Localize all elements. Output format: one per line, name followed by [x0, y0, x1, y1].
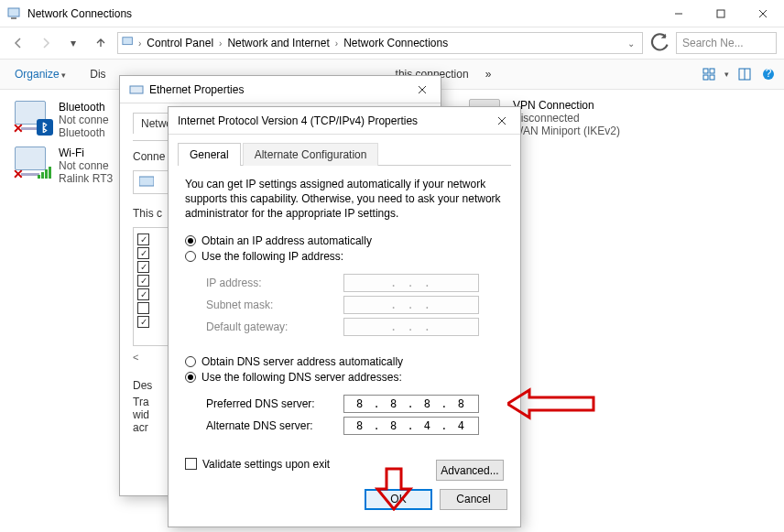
nic-icon — [139, 175, 154, 190]
dialog-title: Ethernet Properties — [149, 83, 413, 96]
checkbox-icon[interactable]: ✓ — [137, 316, 149, 328]
svg-marker-25 — [507, 390, 593, 418]
radio-ip-auto[interactable]: Obtain an IP address automatically — [185, 234, 504, 247]
view-icons-button[interactable] — [701, 66, 717, 82]
svg-rect-9 — [703, 75, 708, 80]
svg-rect-1 — [11, 17, 16, 19]
svg-rect-6 — [123, 37, 133, 44]
checkbox-icon[interactable]: ✓ — [137, 275, 149, 287]
app-icon — [7, 6, 22, 21]
subnet-mask-label: Subnet mask: — [206, 299, 343, 311]
svg-rect-0 — [8, 8, 19, 16]
svg-rect-15 — [38, 175, 40, 179]
organize-menu[interactable]: Organize — [7, 65, 73, 83]
forward-button[interactable] — [35, 32, 57, 54]
address-bar[interactable]: › Control Panel › Network and Internet ›… — [117, 32, 643, 54]
ethernet-icon — [129, 82, 144, 97]
connection-icon: ✕ — [15, 147, 51, 179]
disabled-x-icon: ✕ — [13, 121, 24, 136]
annotation-arrow-down — [374, 467, 414, 514]
chevron-right-icon: › — [335, 38, 338, 49]
view-list-button[interactable] — [736, 66, 753, 82]
connection-text: Bluetooth Not conne Bluetooth — [59, 101, 109, 139]
advanced-button[interactable]: Advanced... — [436, 460, 504, 481]
help-button[interactable]: ? — [760, 66, 777, 82]
refresh-button[interactable] — [648, 32, 670, 54]
chevron-down-icon[interactable]: ⌄ — [627, 38, 635, 49]
radio-icon — [185, 251, 196, 262]
svg-rect-3 — [717, 10, 724, 17]
connection-icon: ✕ — [15, 101, 51, 134]
breadcrumb-seg[interactable]: Network and Internet — [225, 37, 331, 49]
svg-rect-17 — [45, 169, 48, 179]
tab-alternate[interactable]: Alternate Configuration — [243, 143, 379, 166]
bluetooth-icon — [37, 119, 53, 136]
svg-rect-8 — [710, 69, 714, 73]
minimize-button[interactable] — [658, 0, 700, 27]
default-gateway-field: . . . — [343, 318, 479, 336]
chevron-right-icon: › — [138, 38, 141, 49]
close-button[interactable] — [742, 0, 784, 27]
checkbox-icon[interactable]: ✓ — [137, 261, 149, 273]
radio-ip-manual[interactable]: Use the following IP address: — [185, 250, 504, 263]
cancel-button[interactable]: Cancel — [440, 489, 507, 510]
svg-rect-16 — [41, 172, 44, 179]
close-icon[interactable] — [493, 112, 511, 130]
radio-icon — [185, 235, 196, 246]
svg-rect-10 — [710, 75, 714, 80]
checkbox-icon — [185, 458, 197, 470]
radio-icon — [185, 372, 196, 383]
default-gateway-label: Default gateway: — [206, 320, 343, 333]
back-button[interactable] — [7, 32, 29, 54]
svg-rect-19 — [130, 86, 143, 93]
svg-rect-22 — [139, 177, 154, 186]
wifi-signal-icon — [37, 165, 53, 181]
radio-icon — [185, 356, 196, 367]
disabled-x-icon: ✕ — [13, 167, 24, 181]
dialog-title: Internet Protocol Version 4 (TCP/IPv4) P… — [178, 114, 493, 127]
nav-row: ▾ › Control Panel › Network and Internet… — [0, 27, 784, 59]
checkbox-icon[interactable] — [137, 302, 149, 314]
window-titlebar: Network Connections — [0, 0, 784, 27]
ip-address-field: . . . — [343, 274, 479, 292]
cmd-item[interactable]: Dis — [90, 68, 105, 81]
maximize-button[interactable] — [700, 0, 742, 27]
chevron-down-icon[interactable]: ▾ — [724, 70, 729, 79]
up-button[interactable] — [90, 32, 112, 54]
chevron-right-icon: › — [219, 38, 222, 49]
checkbox-icon[interactable]: ✓ — [137, 288, 149, 300]
addr-icon — [122, 36, 135, 51]
checkbox-icon[interactable]: ✓ — [137, 233, 149, 245]
breadcrumb-seg[interactable]: Control Panel — [145, 37, 215, 49]
breadcrumb-seg[interactable]: Network Connections — [342, 37, 450, 49]
subnet-mask-field: . . . — [343, 296, 479, 314]
radio-dns-manual[interactable]: Use the following DNS server addresses: — [185, 371, 504, 384]
alternate-dns-field[interactable]: 8 . 8 . 4 . 4 — [343, 417, 479, 435]
tab-general[interactable]: General — [178, 143, 241, 166]
svg-rect-18 — [49, 167, 51, 179]
connection-text: Wi-Fi Not conne Ralink RT3 — [59, 147, 113, 185]
svg-marker-26 — [377, 469, 410, 509]
checkbox-icon[interactable]: ✓ — [137, 247, 149, 259]
svg-rect-7 — [703, 69, 708, 73]
overflow-button[interactable]: » — [485, 68, 492, 81]
connection-text: VPN Connection Disconnected WAN Miniport… — [513, 99, 620, 137]
radio-dns-auto[interactable]: Obtain DNS server address automatically — [185, 355, 504, 368]
intro-text: You can get IP settings assigned automat… — [185, 177, 504, 222]
alternate-dns-label: Alternate DNS server: — [206, 419, 343, 432]
close-icon[interactable] — [413, 81, 431, 99]
ipv4-properties-dialog: Internet Protocol Version 4 (TCP/IPv4) P… — [168, 106, 521, 527]
search-input[interactable]: Search Ne... — [676, 32, 777, 54]
window-title: Network Connections — [27, 7, 658, 20]
recent-button[interactable]: ▾ — [62, 32, 84, 54]
annotation-arrow-left — [507, 385, 599, 426]
svg-text:?: ? — [766, 68, 772, 80]
preferred-dns-field[interactable]: 8 . 8 . 8 . 8 — [343, 395, 479, 413]
preferred-dns-label: Preferred DNS server: — [206, 397, 343, 410]
ip-address-label: IP address: — [206, 277, 343, 289]
